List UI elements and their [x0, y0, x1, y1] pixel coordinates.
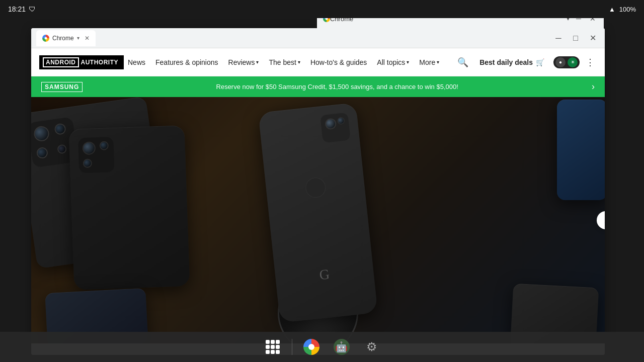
logo-authority: AUTHORITY — [79, 58, 121, 66]
overflow-menu-button[interactable]: ⋮ — [584, 55, 597, 70]
camera-lens-4 — [57, 144, 67, 154]
browser-tab[interactable]: Chrome ▾ ✕ — [36, 30, 96, 46]
status-time: 18:21 — [8, 5, 26, 13]
deals-label: Best daily deals — [479, 58, 533, 66]
taskbar-divider — [292, 339, 292, 355]
google-logo: G — [318, 266, 330, 283]
search-button[interactable]: 🔍 — [455, 55, 470, 70]
pixel-camera-lens-1 — [325, 118, 337, 130]
taskbar-avatar-icon[interactable]: 🤖 — [330, 335, 354, 359]
taskbar-apps-launcher[interactable] — [261, 335, 285, 359]
camera-lens-6 — [99, 141, 109, 150]
taskbar-chrome-icon[interactable] — [299, 335, 324, 359]
browser-window-controls: ─ □ ✕ — [551, 31, 600, 45]
browser-tab-chevron: ▾ — [77, 35, 79, 41]
samsung-banner-text: Reserve now for $50 Samsung Credit, $1,5… — [89, 83, 586, 90]
light-theme-option[interactable]: ☀ — [568, 57, 578, 67]
shield-icon: 🛡 — [29, 5, 36, 13]
pixel-camera-lens-2 — [337, 117, 345, 125]
browser-maximize-button[interactable]: □ — [569, 31, 583, 45]
phone-right-blue — [557, 100, 605, 200]
nav-link-the-best[interactable]: The best ▾ — [265, 55, 304, 69]
samsung-banner-arrow[interactable]: › — [592, 81, 595, 92]
nav-link-howtos[interactable]: How-to's & guides — [306, 55, 371, 69]
hero-image: G › — [31, 97, 605, 343]
phone-left-second — [68, 125, 190, 290]
status-right: ▲ 100% — [609, 6, 636, 13]
system-settings-icon: ⚙ — [364, 339, 380, 355]
website-content: ANDROID AUTHORITY News Features & opinio… — [31, 48, 605, 355]
cart-icon: 🛒 — [536, 58, 544, 66]
nav-links: News Features & opinions Reviews ▾ The b… — [124, 55, 455, 69]
nav-right: 🔍 Best daily deals 🛒 ● ☀ ⋮ — [455, 55, 597, 70]
camera-lens-5 — [82, 141, 96, 155]
battery-percentage: 100% — [619, 6, 636, 13]
fingerprint-sensor — [304, 176, 327, 199]
all-topics-chevron-icon: ▾ — [407, 59, 409, 65]
camera-lens-2 — [54, 123, 66, 135]
taskbar: 🤖 ⚙ — [0, 332, 644, 362]
dark-theme-option[interactable]: ● — [555, 57, 566, 67]
browser-chrome-bar: Chrome ▾ ✕ ─ □ ✕ — [31, 28, 605, 48]
browser-close-button[interactable]: ✕ — [586, 31, 600, 45]
samsung-logo: SAMSUNG — [41, 82, 83, 92]
browser-tab-title: Chrome — [52, 35, 74, 42]
site-navigation: ANDROID AUTHORITY News Features & opinio… — [31, 48, 605, 76]
pixel-camera-module — [320, 113, 350, 143]
reviews-chevron-icon: ▾ — [256, 59, 259, 65]
best-deals-button[interactable]: Best daily deals 🛒 — [474, 55, 549, 69]
apps-grid-icon — [266, 340, 280, 354]
camera-lens-3 — [36, 147, 48, 159]
camera-lens-7 — [83, 159, 93, 168]
nav-link-reviews[interactable]: Reviews ▾ — [224, 55, 263, 69]
the-best-chevron-icon: ▾ — [298, 59, 300, 65]
more-chevron-icon: ▾ — [437, 59, 439, 65]
dark-mode-icon: ● — [559, 59, 562, 65]
nav-link-news[interactable]: News — [124, 55, 149, 69]
browser-window: Chrome ▾ ✕ ─ □ ✕ ANDROID AUTHORITY News — [31, 28, 605, 355]
nav-link-more[interactable]: More ▾ — [415, 55, 443, 69]
theme-toggle[interactable]: ● ☀ — [553, 56, 580, 68]
browser-tab-close[interactable]: ✕ — [85, 35, 90, 42]
camera-lens-1 — [33, 125, 50, 142]
browser-tab-favicon — [42, 35, 49, 42]
samsung-banner[interactable]: SAMSUNG Reserve now for $50 Samsung Cred… — [31, 76, 605, 97]
taskbar-settings-icon[interactable]: ⚙ — [360, 335, 384, 359]
nav-link-all-topics[interactable]: All topics ▾ — [373, 55, 413, 69]
user-avatar-icon: 🤖 — [334, 339, 350, 355]
wifi-icon: ▲ — [609, 6, 615, 13]
hero-background: G — [31, 97, 605, 343]
status-bar: 18:21 🛡 ▲ 100% — [0, 0, 644, 18]
camera-module-2 — [78, 137, 114, 173]
pixel5-phone: G — [258, 103, 378, 323]
site-logo[interactable]: ANDROID AUTHORITY — [39, 55, 124, 69]
browser-minimize-button[interactable]: ─ — [551, 31, 566, 45]
logo-android: ANDROID — [43, 57, 79, 67]
chrome-browser-icon — [303, 339, 319, 355]
nav-link-features[interactable]: Features & opinions — [151, 55, 222, 69]
light-mode-icon: ☀ — [571, 59, 575, 65]
